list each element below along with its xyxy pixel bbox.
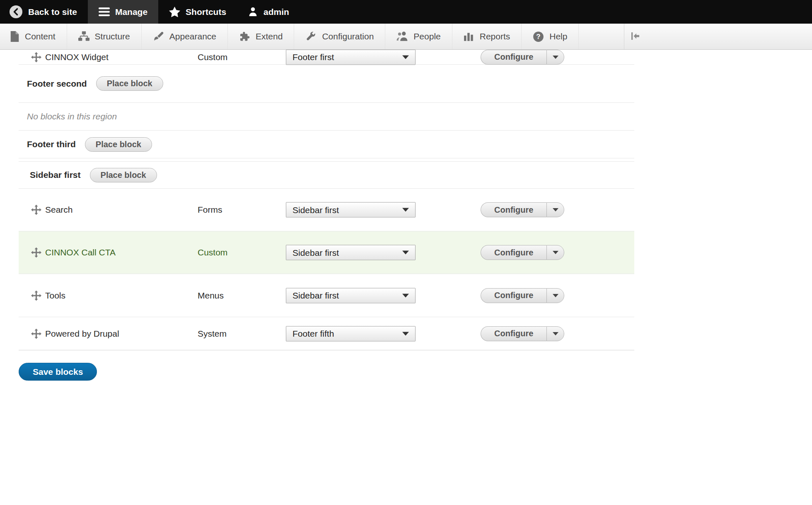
region-select[interactable]: Sidebar first (286, 202, 416, 218)
empty-region-text: No blocks in this region (27, 112, 117, 121)
nav-item-label: Configuration (322, 32, 374, 41)
place-block-button[interactable]: Place block (85, 137, 152, 152)
configure-dropdown-toggle[interactable] (546, 202, 564, 217)
table-section-divider (19, 158, 634, 162)
people-icon (396, 31, 408, 42)
configure-dropdown-toggle[interactable] (546, 50, 564, 65)
toolbar-orientation-icon (630, 31, 640, 42)
nav-spacer (579, 24, 624, 49)
drag-handle-icon[interactable] (31, 290, 41, 301)
block-row-cinnox-call-cta: CINNOX Call CTA Custom Sidebar first Con… (19, 231, 634, 274)
admin-toolbar: Back to site Manage Shortcuts admin (0, 0, 812, 24)
chevron-down-icon (553, 332, 558, 335)
manage-tab[interactable]: Manage (88, 0, 158, 24)
paintbrush-icon (153, 31, 164, 42)
back-to-site-button[interactable]: Back to site (0, 0, 88, 24)
region-title: Footer third (27, 139, 76, 149)
configure-button[interactable]: Configure (481, 245, 546, 260)
configure-dropdown-toggle[interactable] (546, 245, 564, 260)
hamburger-icon (99, 7, 110, 16)
blocks-table: CINNOX Widget Custom Footer first Config… (19, 50, 634, 350)
chevron-down-icon (402, 208, 409, 212)
nav-item-structure[interactable]: Structure (67, 24, 142, 49)
chevron-down-icon (402, 55, 409, 59)
region-select-value: Sidebar first (292, 205, 339, 215)
block-title: Powered by Drupal (45, 329, 119, 339)
region-select-value: Footer first (292, 52, 334, 62)
region-header-footer-third: Footer third Place block (19, 131, 634, 158)
nav-item-label: Help (549, 32, 567, 41)
nav-item-label: Appearance (169, 32, 216, 41)
block-category: Custom (198, 52, 227, 62)
drag-handle-icon[interactable] (31, 52, 41, 62)
puzzle-icon (239, 31, 250, 42)
nav-item-content[interactable]: Content (0, 24, 67, 49)
region-title: Sidebar first (30, 170, 81, 180)
chevron-down-icon (553, 56, 558, 59)
block-layout-content: CINNOX Widget Custom Footer first Config… (0, 50, 812, 381)
shortcuts-label: Shortcuts (186, 7, 226, 17)
nav-item-label: Reports (480, 32, 510, 41)
place-block-button[interactable]: Place block (96, 76, 163, 91)
region-select-value: Sidebar first (292, 291, 339, 301)
block-title: Tools (45, 291, 65, 301)
bar-chart-icon (464, 31, 474, 42)
block-row-tools: Tools Menus Sidebar first Configure (19, 274, 634, 317)
nav-right-pad (646, 24, 812, 49)
admin-menu-bar: Content Structure Appearance (0, 24, 812, 50)
toolbar-orientation-toggle[interactable] (624, 24, 646, 49)
configure-dropdown-toggle[interactable] (546, 326, 564, 341)
region-select[interactable]: Sidebar first (286, 288, 416, 303)
configure-button[interactable]: Configure (481, 288, 546, 303)
chevron-down-icon (402, 251, 409, 255)
nav-item-label: Structure (95, 32, 130, 41)
wrench-icon (305, 31, 317, 42)
nav-item-extend[interactable]: Extend (228, 24, 294, 49)
configure-button[interactable]: Configure (481, 50, 546, 65)
drag-handle-icon[interactable] (31, 205, 41, 215)
nav-item-help[interactable]: ? Help (522, 24, 579, 49)
block-category: Menus (198, 291, 224, 301)
block-row-search: Search Forms Sidebar first Configure (19, 189, 634, 231)
drag-handle-icon[interactable] (31, 248, 41, 258)
nav-item-appearance[interactable]: Appearance (142, 24, 228, 49)
region-select-value: Footer fifth (292, 329, 334, 339)
block-category: System (198, 329, 227, 339)
nav-item-people[interactable]: People (385, 24, 452, 49)
operations: Configure (481, 202, 564, 217)
empty-region-message: No blocks in this region (19, 103, 634, 131)
configure-dropdown-toggle[interactable] (546, 288, 564, 303)
operations: Configure (481, 288, 564, 303)
help-icon: ? (533, 31, 544, 42)
configure-button[interactable]: Configure (481, 326, 546, 341)
file-icon (10, 31, 19, 42)
region-select[interactable]: Footer fifth (286, 326, 416, 341)
star-icon (169, 7, 180, 17)
chevron-down-icon (553, 208, 558, 211)
admin-user-label: admin (263, 7, 289, 17)
nav-item-label: Extend (256, 32, 283, 41)
operations: Configure (481, 245, 564, 260)
nav-item-reports[interactable]: Reports (452, 24, 522, 49)
region-select[interactable]: Footer first (286, 49, 416, 65)
configure-button[interactable]: Configure (481, 202, 546, 217)
svg-text:?: ? (536, 33, 541, 41)
back-circle-icon (9, 5, 23, 19)
user-icon (248, 7, 258, 17)
chevron-down-icon (553, 294, 558, 297)
manage-label: Manage (115, 7, 147, 17)
drag-handle-icon[interactable] (31, 328, 41, 339)
block-title: Search (45, 205, 73, 215)
region-select[interactable]: Sidebar first (286, 245, 416, 260)
block-category: Custom (198, 248, 227, 257)
nav-item-configuration[interactable]: Configuration (294, 24, 385, 49)
block-title: CINNOX Widget (45, 52, 109, 62)
region-title: Footer second (27, 79, 87, 89)
chevron-down-icon (553, 251, 558, 254)
sitemap-icon (78, 31, 89, 42)
save-blocks-button[interactable]: Save blocks (19, 363, 97, 381)
admin-user-menu[interactable]: admin (237, 0, 300, 24)
nav-item-label: People (413, 32, 440, 41)
place-block-button[interactable]: Place block (90, 168, 157, 182)
shortcuts-tab[interactable]: Shortcuts (158, 0, 237, 24)
